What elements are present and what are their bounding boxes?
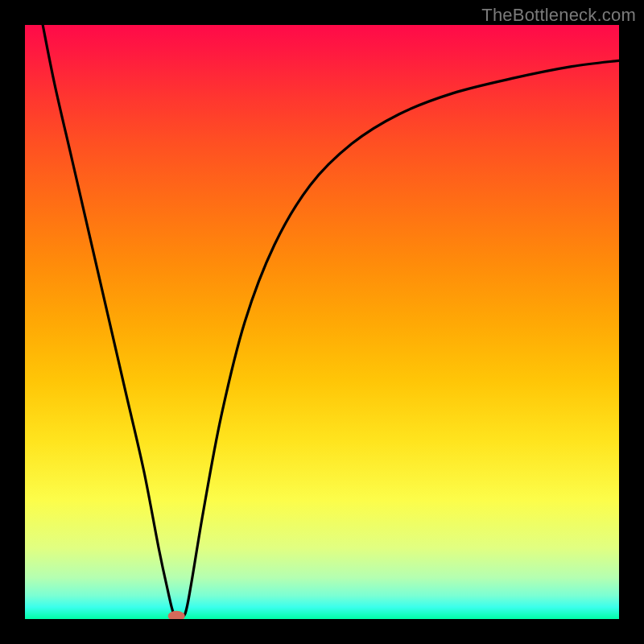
watermark-text: TheBottleneck.com [481,5,636,26]
minimum-marker [168,611,185,619]
chart-frame: TheBottleneck.com [0,0,644,644]
bottleneck-curve [43,25,619,617]
curve-svg [25,25,619,619]
plot-area [25,25,619,619]
